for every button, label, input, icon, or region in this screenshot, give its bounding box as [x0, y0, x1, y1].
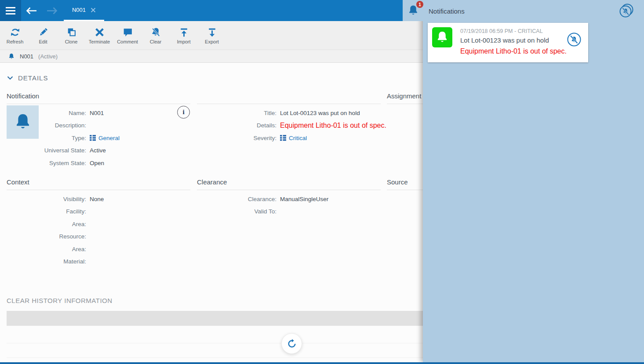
tool-label: Terminate — [89, 39, 110, 44]
notification-count-badge: 1 — [416, 1, 423, 8]
clear-history-table-header — [7, 311, 423, 326]
field-details: Details: Equipment Litho-01 is out of sp… — [197, 119, 426, 132]
details-title: DETAILS — [18, 74, 48, 82]
field-material: Material: — [7, 256, 235, 268]
panel-title: Notifications — [429, 7, 465, 15]
arrow-left-icon — [26, 7, 37, 14]
field-label: Universal State: — [7, 147, 86, 154]
clone-button[interactable]: Clone — [57, 27, 85, 44]
clearance-fields: Clearance: ManualSingleUser Valid To: — [197, 193, 426, 218]
type-link[interactable]: General — [90, 135, 120, 141]
field-label: Description: — [7, 122, 86, 129]
import-icon — [178, 27, 189, 38]
section-header-info — [197, 92, 381, 104]
field-resource: Resource: — [7, 231, 235, 243]
tool-label: Clone — [65, 39, 78, 44]
entity-grid-icon — [90, 135, 96, 141]
severity-link[interactable]: Critical — [280, 135, 307, 141]
field-value: Open — [90, 160, 104, 166]
breadcrumb-state: (Active) — [38, 53, 58, 60]
export-icon — [207, 27, 218, 38]
load-more-refresh-button[interactable] — [281, 333, 302, 354]
tool-label: Refresh — [7, 39, 24, 44]
clone-icon — [66, 27, 77, 38]
details-collapse-toggle[interactable]: DETAILS — [7, 74, 48, 82]
field-universal-state: Universal State: Active — [7, 144, 235, 157]
info-fields: Title: Lot Lot-00123 was put on hold Det… — [197, 107, 426, 144]
field-value: N001 — [90, 110, 104, 116]
field-value-critical: Equipment Litho-01 is out of spec. — [280, 122, 386, 130]
field-label: Resource: — [7, 233, 86, 240]
field-value: Active — [90, 147, 106, 154]
notification-title: Lot Lot-00123 was put on hold — [460, 36, 549, 44]
back-button[interactable] — [24, 4, 40, 18]
field-value: None — [90, 196, 104, 202]
section-header-context: Context — [7, 178, 190, 190]
tool-label: Clear — [150, 39, 161, 44]
section-header-clearance: Clearance — [197, 178, 381, 190]
tool-label: Export — [205, 39, 219, 44]
field-valid-to: Valid To: — [197, 205, 426, 218]
field-label: System State: — [7, 160, 86, 166]
bell-icon — [435, 30, 449, 45]
field-area-2: Area: — [7, 243, 235, 256]
notifications-bell-icon[interactable]: 1 — [407, 4, 419, 17]
field-label: Name: — [7, 110, 86, 116]
bell-slash-icon — [567, 32, 581, 47]
clear-button[interactable]: Clear — [142, 27, 170, 44]
field-label: Details: — [197, 122, 277, 129]
notification-success-icon — [432, 27, 452, 47]
terminate-icon — [94, 27, 105, 38]
field-area: Area: — [7, 218, 235, 231]
breadcrumb-name: N001 — [20, 53, 33, 60]
comment-button[interactable]: Comment — [113, 27, 142, 44]
field-label: Area: — [7, 221, 86, 227]
bottom-status-bar — [0, 362, 644, 364]
notification-card[interactable]: 07/19/2018 06:59 PM - CRITICAL Lot Lot-0… — [428, 23, 588, 62]
import-button[interactable]: Import — [170, 27, 198, 44]
field-label: Type: — [7, 135, 86, 141]
field-severity: Severity: Critical — [197, 132, 426, 144]
field-title: Title: Lot Lot-00123 was put on hold — [197, 107, 426, 119]
chevron-down-icon — [7, 76, 13, 80]
section-header-notification: Notification — [7, 92, 190, 104]
mute-all-notifications-button[interactable] — [618, 4, 634, 19]
forward-button[interactable] — [44, 4, 60, 18]
edit-icon — [38, 27, 49, 38]
field-label: Clearance: — [197, 196, 277, 202]
tab-n001[interactable]: N001 — [64, 0, 104, 21]
tool-label: Edit — [39, 39, 47, 44]
field-label: Severity: — [197, 135, 277, 141]
field-label: Title: — [197, 110, 277, 116]
refresh-icon — [10, 27, 21, 38]
bell-icon — [8, 53, 15, 60]
notifications-panel: 1 Notifications — [423, 0, 644, 362]
comment-icon — [122, 27, 133, 38]
clear-history-header: CLEAR HISTORY INFORMATION — [7, 297, 113, 304]
field-value: Critical — [289, 135, 307, 141]
field-clearance: Clearance: ManualSingleUser — [197, 193, 426, 205]
tool-label: Comment — [117, 39, 138, 44]
entity-grid-icon — [280, 135, 286, 141]
arrow-right-icon — [46, 7, 58, 14]
field-label: Facility: — [7, 208, 86, 215]
tab-label: N001 — [72, 7, 86, 13]
edit-button[interactable]: Edit — [29, 27, 57, 44]
field-label: Visibility: — [7, 196, 86, 202]
bell-slash-icon — [150, 27, 161, 38]
field-value: ManualSingleUser — [280, 196, 328, 202]
field-label: Material: — [7, 258, 86, 265]
field-value: General — [98, 135, 120, 141]
table-row-divider — [7, 343, 423, 343]
export-button[interactable]: Export — [198, 27, 226, 44]
close-icon[interactable] — [91, 7, 96, 13]
bell-slash-circles-icon — [618, 4, 634, 19]
field-value: Lot Lot-00123 was put on hold — [280, 110, 360, 116]
mute-notification-button[interactable] — [567, 32, 581, 47]
menu-icon[interactable] — [0, 0, 21, 21]
refresh-button[interactable]: Refresh — [1, 27, 29, 44]
terminate-button[interactable]: Terminate — [85, 27, 113, 44]
rotate-icon — [287, 339, 297, 349]
field-label: Area: — [7, 246, 86, 252]
notification-timestamp-severity: 07/19/2018 06:59 PM - CRITICAL — [460, 28, 543, 34]
